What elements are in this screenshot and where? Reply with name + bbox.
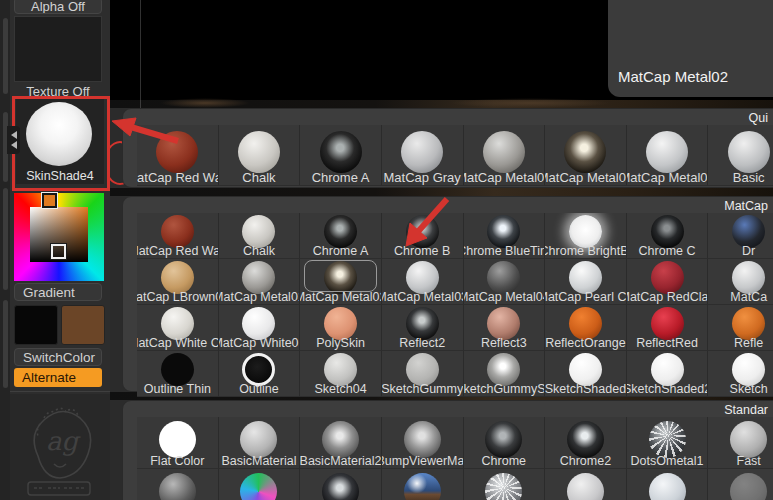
material-chrome-b[interactable]: Chrome B xyxy=(382,213,464,259)
material-skin[interactable]: Skin xyxy=(708,469,773,500)
material-matcap-metal01[interactable]: MatCap Metal01 xyxy=(219,259,301,305)
material-label: BasicMaterial2 xyxy=(300,454,381,468)
material-chrome[interactable]: Chrome xyxy=(464,417,546,469)
material-chrome-a[interactable]: Chrome A xyxy=(300,213,382,259)
material-chrome-a[interactable]: Chrome A xyxy=(300,125,382,186)
material-label: Reflect3 xyxy=(481,336,527,350)
gradient-button[interactable]: Gradient xyxy=(14,283,102,301)
material-matcap-redclay[interactable]: MatCap RedClay xyxy=(627,259,709,305)
material-label: SketchGummy xyxy=(382,382,463,396)
material-polyskin[interactable]: PolySkin xyxy=(300,305,382,351)
material-sphere-icon xyxy=(730,473,767,500)
material-matca[interactable]: MatCa xyxy=(708,259,773,305)
material-bumpviewermat[interactable]: BumpViewerMat xyxy=(382,417,464,469)
material-label: Chrome B xyxy=(394,244,450,258)
material-reflect3[interactable]: Reflect3 xyxy=(464,305,546,351)
main-color-swatch[interactable] xyxy=(14,305,58,345)
material-reflectorange[interactable]: ReflectOrange xyxy=(545,305,627,351)
chevron-left-icon xyxy=(11,141,17,149)
material-normalrgbmat[interactable]: NormalRGBMat xyxy=(219,469,301,500)
material-label: Sketch04 xyxy=(315,382,367,396)
material-chrome2[interactable]: Chrome2 xyxy=(545,417,627,469)
left-scrollbar[interactable] xyxy=(0,0,10,500)
material-reflectred[interactable]: ReflectRed xyxy=(627,305,709,351)
material-outline-thin[interactable]: Outline Thin xyxy=(137,351,219,397)
material-matcap-pearl-ca[interactable]: MatCap Pearl Ca xyxy=(545,259,627,305)
material-flat-color[interactable]: Flat Color xyxy=(137,417,219,469)
current-material-thumb[interactable]: SkinShade4 xyxy=(16,99,104,184)
material-sphere-icon xyxy=(156,131,198,173)
material-matcap-metal03[interactable]: MatCap Metal03 xyxy=(382,259,464,305)
material-label: Flat Color xyxy=(150,454,204,468)
material-sphere-icon xyxy=(485,421,522,458)
sv-selector[interactable] xyxy=(51,244,66,259)
hue-selector[interactable] xyxy=(42,193,57,208)
material-basicmaterial2[interactable]: BasicMaterial2 xyxy=(300,417,382,469)
texture-off-button[interactable]: Texture Off xyxy=(14,83,102,99)
left-tray: Alpha Off Texture Off SkinShade4 Gradien… xyxy=(10,0,110,500)
scroll-track-segment[interactable] xyxy=(3,18,8,94)
material-sphere-icon xyxy=(322,421,359,458)
material-refle[interactable]: Refle xyxy=(708,305,773,351)
material-chalk[interactable]: Chalk xyxy=(219,125,301,186)
material-matcap-metal04[interactable]: MatCap Metal04 xyxy=(464,259,546,305)
material-basicmaterial[interactable]: BasicMaterial xyxy=(219,417,301,469)
material-matcap-white01[interactable]: MatCap White01 xyxy=(219,305,301,351)
material-label: Chrome A xyxy=(313,244,369,258)
secondary-color-swatch[interactable] xyxy=(61,305,105,345)
material-reflectedplastic[interactable]: ReflectedPlastic xyxy=(545,469,627,500)
material-label: SketchShaded2 xyxy=(627,382,709,396)
material-sketchgummysh[interactable]: SketchGummySh xyxy=(464,351,546,397)
material-sketchshaded[interactable]: SketchShaded xyxy=(545,351,627,397)
material-matcap-red-wax[interactable]: MatCap Red Wax xyxy=(137,213,219,259)
material-row: Outline ThinOutlineSketch04SketchGummySk… xyxy=(137,351,773,397)
material-chrome-c[interactable]: Chrome C xyxy=(627,213,709,259)
scroll-track-segment[interactable] xyxy=(3,188,8,290)
material-metalic01b[interactable]: Metalic01b xyxy=(137,469,219,500)
material-matcap-metal03[interactable]: MatCap Metal03 xyxy=(627,125,709,186)
material-reflect2[interactable]: Reflect2 xyxy=(382,305,464,351)
material-rows: Flat ColorBasicMaterialBasicMaterial2Bum… xyxy=(137,417,773,500)
chevron-left-icon xyxy=(11,131,17,139)
material-sketchshaded2[interactable]: SketchShaded2 xyxy=(627,351,709,397)
texture-preview[interactable] xyxy=(14,16,102,82)
material-matcap-red-wax[interactable]: MatCap Red Wax xyxy=(137,125,219,186)
material-basic[interactable]: Basic xyxy=(708,125,773,186)
switchcolor-button[interactable]: SwitchColor xyxy=(14,348,102,366)
material-reflectedfoil[interactable]: ReflectedFoil xyxy=(300,469,382,500)
material-chrome-bluetint[interactable]: Chrome BlueTint xyxy=(464,213,546,259)
material-dr[interactable]: Dr xyxy=(708,213,773,259)
material-sketch[interactable]: Sketch xyxy=(708,351,773,397)
material-outline[interactable]: Outline xyxy=(219,351,301,397)
material-chrome-brightbl[interactable]: Chrome BrightBl xyxy=(545,213,627,259)
material-matcap-metal01[interactable]: MatCap Metal01 xyxy=(464,125,546,186)
material-dotsometal1[interactable]: DotsOmetal1 xyxy=(627,417,709,469)
material-matcap-gray[interactable]: MatCap Gray xyxy=(382,125,464,186)
material-label: DotsOmetal1 xyxy=(631,454,704,468)
material-row: MatCap LBrown01MatCap Metal01MatCap Meta… xyxy=(137,259,773,305)
material-matcap-metal02[interactable]: MatCap Metal02 xyxy=(300,259,382,305)
material-sketchgummy[interactable]: SketchGummy xyxy=(382,351,464,397)
material-matcap-metal02[interactable]: MatCap Metal02 xyxy=(545,125,627,186)
material-reflectedmap[interactable]: ReflectedMap xyxy=(382,469,464,500)
material-reflectedmap2[interactable]: ReflectedMap2 xyxy=(464,469,546,500)
material-chalk[interactable]: Chalk xyxy=(219,213,301,259)
material-label: MatCap Pearl Ca xyxy=(545,290,627,304)
material-label: MatCap LBrown01 xyxy=(137,290,219,304)
material-matcap-white-ca[interactable]: MatCap White Ca xyxy=(137,305,219,351)
scroll-track-segment[interactable] xyxy=(3,300,8,388)
material-matcap-lbrown01[interactable]: MatCap LBrown01 xyxy=(137,259,219,305)
material-row: Flat ColorBasicMaterialBasicMaterial2Bum… xyxy=(137,417,773,469)
color-picker[interactable] xyxy=(14,193,104,281)
alpha-off-button[interactable]: Alpha Off xyxy=(14,0,102,14)
section-title: Qui xyxy=(749,111,768,125)
material-label: MatCap Metal04 xyxy=(464,290,546,304)
material-sketch04[interactable]: Sketch04 xyxy=(300,351,382,397)
material-fast[interactable]: Fast xyxy=(708,417,773,469)
material-sphere-icon xyxy=(159,473,196,500)
alternate-button[interactable]: Alternate xyxy=(14,368,102,387)
section-title: MatCap xyxy=(724,199,768,213)
material-reflectedplastice[interactable]: ReflectedPlasticE xyxy=(627,469,709,500)
material-label: Sketch xyxy=(730,382,768,396)
tray-collapse-toggle[interactable] xyxy=(7,126,20,154)
